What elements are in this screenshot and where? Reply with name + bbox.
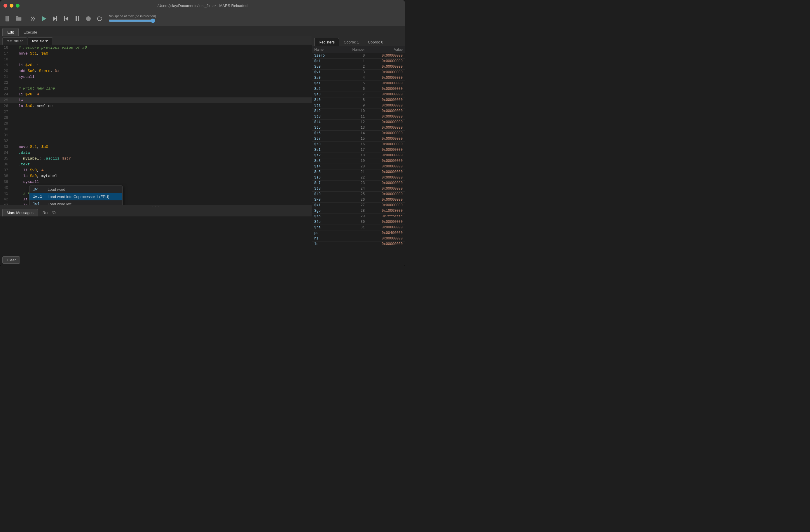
stop-button[interactable] <box>83 13 94 24</box>
tab-registers[interactable]: Registers <box>314 38 339 46</box>
tab-coproc0[interactable]: Coproc 0 <box>364 38 388 46</box>
code-line-21: 21 syscall <box>0 74 312 80</box>
table-row: $a370x00000000 <box>312 92 405 97</box>
minimize-button[interactable] <box>10 4 13 7</box>
register-value: 0x00000000 <box>365 120 403 124</box>
file-tab-1[interactable]: test_file.s* <box>2 37 27 45</box>
run-button[interactable] <box>39 13 49 24</box>
tab-coproc1[interactable]: Coproc 1 <box>340 38 363 46</box>
pause-button[interactable] <box>72 13 83 24</box>
table-row: $gp280x10008000 <box>312 208 405 214</box>
register-number: 11 <box>340 115 365 119</box>
register-number: 27 <box>340 203 365 207</box>
editor-panel: test_file.s* test_file.s* 16 # restore p… <box>0 36 312 266</box>
register-name: $ra <box>314 226 340 230</box>
assemble-button[interactable] <box>28 13 38 24</box>
tab-run-io[interactable]: Run I/O <box>38 209 60 216</box>
register-number: 19 <box>340 159 365 163</box>
code-line-39: 39 syscall <box>0 179 312 185</box>
open-file-button[interactable] <box>13 13 24 24</box>
register-value: 0x00000000 <box>365 203 403 207</box>
table-row: $s1170x00000000 <box>312 147 405 153</box>
file-tab-bar: test_file.s* test_file.s* <box>0 36 312 45</box>
register-value: 0x00000000 <box>365 198 403 202</box>
register-value: 0x00000000 <box>365 126 403 130</box>
file-tab-2[interactable]: test_file.s* <box>28 37 52 45</box>
register-value: 0x00000000 <box>365 153 403 157</box>
register-value: 0x00000000 <box>365 54 403 58</box>
register-name: $sp <box>314 214 340 218</box>
register-number: 9 <box>340 103 365 107</box>
code-line-22: 22 <box>0 80 312 86</box>
code-line-23: 23 # Print new line <box>0 86 312 92</box>
clear-button[interactable]: Clear <box>2 256 20 264</box>
register-rows: $zero00x00000000$at10x00000000$v020x0000… <box>312 53 405 247</box>
close-button[interactable] <box>3 4 7 7</box>
register-number: 6 <box>340 87 365 91</box>
register-value: 0x7fffeffc <box>365 214 403 218</box>
autocomplete-item-lwl[interactable]: lwl Load word left <box>30 200 122 205</box>
register-number: 8 <box>340 98 365 102</box>
register-name: $t4 <box>314 120 340 124</box>
table-row: $fp300x00000000 <box>312 219 405 225</box>
table-row: pc0x00400000 <box>312 230 405 236</box>
main-tab-bar: Edit Execute <box>0 26 405 36</box>
table-row: $t7150x00000000 <box>312 136 405 142</box>
register-table-header: Name Number Value <box>312 46 405 53</box>
autocomplete-item-lw[interactable]: lw Load word <box>30 186 122 193</box>
backstep-button[interactable] <box>61 13 71 24</box>
register-number: 18 <box>340 153 365 157</box>
bottom-sidebar: Clear <box>0 216 38 266</box>
register-value: 0x00000000 <box>365 159 403 163</box>
register-value: 0x00000000 <box>365 109 403 113</box>
register-name: $s5 <box>314 170 340 174</box>
register-number: 0 <box>340 54 365 58</box>
speed-slider[interactable] <box>109 18 155 23</box>
code-lines: 16 # restore previous value of a0 17 mov… <box>0 45 312 205</box>
register-tab-bar: Registers Coproc 1 Coproc 0 <box>312 36 405 46</box>
svg-marker-4 <box>42 16 46 21</box>
right-panel: Registers Coproc 1 Coproc 0 Name Number … <box>312 36 405 266</box>
register-number: 29 <box>340 214 365 218</box>
register-name: $s2 <box>314 153 340 157</box>
autocomplete-item-lwc1[interactable]: lwc1 Load word into Coprocessor 1 (FPU) <box>30 193 122 200</box>
maximize-button[interactable] <box>16 4 19 7</box>
code-line-35: 35 myLabel: .asciiz %str <box>0 156 312 162</box>
bottom-content: Clear <box>0 216 312 266</box>
table-row: $t190x00000000 <box>312 103 405 109</box>
register-value: 0x00000000 <box>365 93 403 97</box>
register-number: 23 <box>340 181 365 185</box>
register-number: 16 <box>340 142 365 146</box>
splitter[interactable]: · · · · · <box>0 205 312 208</box>
code-line-19: 19 li $v0, 1 <box>0 62 312 68</box>
messages-area[interactable] <box>38 216 312 266</box>
register-value: 0x00000000 <box>365 148 403 152</box>
table-row: $t8240x00000000 <box>312 186 405 192</box>
code-line-34: 34 .data <box>0 150 312 156</box>
code-editor[interactable]: 16 # restore previous value of a0 17 mov… <box>0 45 312 205</box>
col-number: Number <box>340 48 365 52</box>
step-button[interactable] <box>50 13 60 24</box>
code-line-26: 26 la $a0, newline <box>0 103 312 109</box>
new-file-button[interactable] <box>2 13 13 24</box>
tab-edit[interactable]: Edit <box>2 28 19 36</box>
table-row: $ra310x00000000 <box>312 225 405 230</box>
register-name: $t9 <box>314 192 340 196</box>
register-number: 30 <box>340 220 365 224</box>
toolbar: Run speed at max (no interaction) <box>0 11 405 26</box>
register-name: $fp <box>314 220 340 224</box>
tab-mars-messages[interactable]: Mars Messages <box>2 209 38 216</box>
table-row: $s0160x00000000 <box>312 142 405 147</box>
register-value: 0x00000000 <box>365 103 403 107</box>
tab-execute[interactable]: Execute <box>19 28 42 36</box>
table-row: $k1270x00000000 <box>312 203 405 208</box>
autocomplete-dropdown[interactable]: lw Load word lwc1 Load word into Coproce… <box>29 185 123 205</box>
window-title: /Users/jclay/Documents/test_file.s* - MA… <box>158 3 248 8</box>
register-value: 0x00000000 <box>365 115 403 119</box>
register-number: 21 <box>340 170 365 174</box>
code-line-36: 36 .text <box>0 162 312 167</box>
code-line-16: 16 # restore previous value of a0 <box>0 45 312 51</box>
table-row: $v020x00000000 <box>312 64 405 70</box>
register-value: 0x00000000 <box>365 131 403 135</box>
reset-button[interactable] <box>94 13 105 24</box>
